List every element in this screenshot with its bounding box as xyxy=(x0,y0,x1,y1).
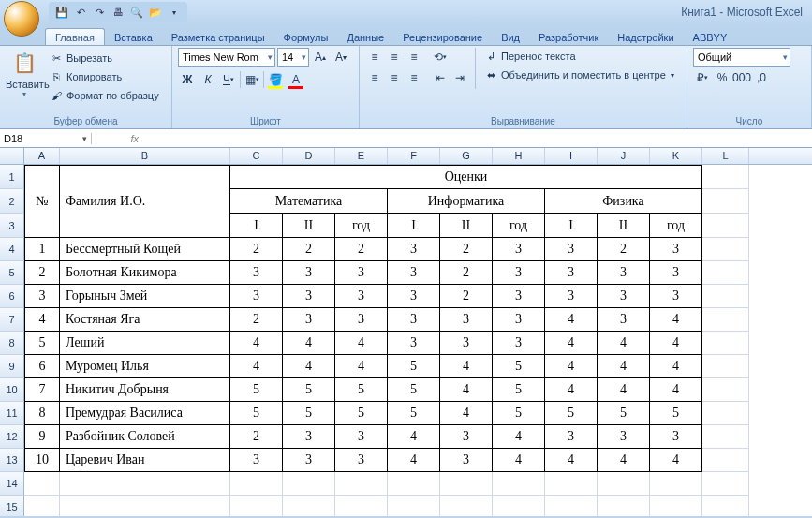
header-grades[interactable]: Оценки xyxy=(230,165,702,189)
row-header[interactable]: 10 xyxy=(0,378,24,402)
row-header[interactable]: 14 xyxy=(0,472,24,496)
cell-grade[interactable]: 3 xyxy=(283,308,335,332)
italic-button[interactable]: К xyxy=(199,70,217,89)
cell-grade[interactable]: 3 xyxy=(283,449,335,472)
row-header[interactable]: 11 xyxy=(0,402,24,425)
office-button[interactable] xyxy=(4,1,39,37)
cell[interactable] xyxy=(702,472,749,496)
cell-grade[interactable]: 5 xyxy=(230,378,283,402)
cell-name[interactable]: Костяная Яга xyxy=(60,308,230,332)
cell-grade[interactable]: 5 xyxy=(388,402,440,425)
cell[interactable] xyxy=(283,472,335,496)
cell-grade[interactable]: 4 xyxy=(598,355,650,378)
cell-grade[interactable]: 2 xyxy=(440,285,493,308)
cell-grade[interactable]: 3 xyxy=(230,285,283,308)
cell-grade[interactable]: 5 xyxy=(388,378,440,402)
undo-icon[interactable]: ↶ xyxy=(73,5,88,20)
cell-num[interactable]: 9 xyxy=(24,425,60,449)
merge-center-button[interactable]: ⬌Объединить и поместить в центре▾ xyxy=(481,67,676,83)
underline-button[interactable]: Ч▾ xyxy=(219,70,238,89)
cell-grade[interactable]: 4 xyxy=(440,355,493,378)
cell-grade[interactable]: 4 xyxy=(598,332,650,355)
column-header[interactable]: F xyxy=(388,148,440,164)
cell-grade[interactable]: 4 xyxy=(493,425,545,449)
column-header[interactable]: A xyxy=(24,148,60,164)
cell[interactable] xyxy=(60,472,230,496)
header-sub[interactable]: I xyxy=(545,214,598,238)
borders-button[interactable]: ▦▾ xyxy=(243,70,261,89)
cell-grade[interactable]: 3 xyxy=(545,425,598,449)
row-header[interactable]: 15 xyxy=(0,496,24,516)
fill-color-button[interactable]: 🪣 xyxy=(266,70,285,89)
cell-grade[interactable]: 2 xyxy=(335,238,388,261)
cell-grade[interactable]: 5 xyxy=(545,402,598,425)
row-header[interactable]: 2 xyxy=(0,189,24,214)
cell-num[interactable]: 3 xyxy=(24,285,60,308)
cell-grade[interactable]: 4 xyxy=(230,355,283,378)
cell-grade[interactable]: 3 xyxy=(650,238,702,261)
percent-button[interactable]: % xyxy=(713,68,731,87)
wrap-text-button[interactable]: ↲Перенос текста xyxy=(481,48,676,65)
tab-formulas[interactable]: Формулы xyxy=(274,29,338,45)
header-sub[interactable]: I xyxy=(230,214,283,238)
cell-grade[interactable]: 3 xyxy=(650,261,702,285)
cell-grade[interactable]: 4 xyxy=(650,378,702,402)
cell-num[interactable]: 4 xyxy=(24,308,60,332)
font-size-select[interactable]: 14 xyxy=(277,48,309,67)
header-sub[interactable]: год xyxy=(493,214,545,238)
header-num[interactable]: № xyxy=(24,165,60,238)
cell-grade[interactable]: 4 xyxy=(283,355,335,378)
cell-name[interactable]: Премудрая Василиса xyxy=(60,402,230,425)
cell-grade[interactable]: 3 xyxy=(545,238,598,261)
copy-button[interactable]: ⎘Копировать xyxy=(47,68,161,85)
quick-print-icon[interactable]: 🖶 xyxy=(111,5,125,20)
column-header[interactable]: H xyxy=(493,148,545,164)
cell[interactable] xyxy=(440,496,493,516)
cell-num[interactable]: 8 xyxy=(24,402,60,425)
cell-name[interactable]: Царевич Иван xyxy=(60,449,230,472)
cell-grade[interactable]: 4 xyxy=(650,355,702,378)
row-header[interactable]: 5 xyxy=(0,261,24,285)
cell-name[interactable]: Бессмертный Кощей xyxy=(60,238,230,261)
cell-num[interactable]: 10 xyxy=(24,449,60,472)
cell-grade[interactable]: 2 xyxy=(440,238,493,261)
cell-grade[interactable]: 5 xyxy=(335,402,388,425)
cell[interactable] xyxy=(702,402,749,425)
cell-grade[interactable]: 4 xyxy=(545,308,598,332)
cell[interactable] xyxy=(650,472,702,496)
cell-grade[interactable]: 3 xyxy=(388,308,440,332)
cell-grade[interactable]: 3 xyxy=(335,308,388,332)
cell-grade[interactable]: 4 xyxy=(650,308,702,332)
cell-grade[interactable]: 4 xyxy=(335,332,388,355)
cell-grade[interactable]: 3 xyxy=(230,449,283,472)
cell-grade[interactable]: 3 xyxy=(545,261,598,285)
cell-grade[interactable]: 5 xyxy=(598,402,650,425)
number-format-select[interactable]: Общий xyxy=(693,48,790,67)
cell-name[interactable]: Горыныч Змей xyxy=(60,285,230,308)
cell-grade[interactable]: 4 xyxy=(650,449,702,472)
preview-icon[interactable]: 🔍 xyxy=(129,5,144,20)
cell[interactable] xyxy=(335,472,388,496)
cell[interactable] xyxy=(702,332,749,355)
cell-grade[interactable]: 4 xyxy=(545,378,598,402)
cell-name[interactable]: Разбойник Соловей xyxy=(60,425,230,449)
cell-grade[interactable]: 3 xyxy=(283,261,335,285)
cell[interactable] xyxy=(24,472,60,496)
row-header[interactable]: 8 xyxy=(0,332,24,355)
font-name-select[interactable]: Times New Rom xyxy=(178,48,275,67)
row-header[interactable]: 4 xyxy=(0,238,24,261)
cell-grade[interactable]: 3 xyxy=(335,285,388,308)
cell-grade[interactable]: 4 xyxy=(283,332,335,355)
cell-grade[interactable]: 3 xyxy=(283,285,335,308)
comma-button[interactable]: 000 xyxy=(732,68,751,87)
cell-grade[interactable]: 3 xyxy=(598,261,650,285)
header-phys[interactable]: Физика xyxy=(545,189,702,214)
cell-grade[interactable]: 5 xyxy=(493,355,545,378)
cell-num[interactable]: 6 xyxy=(24,355,60,378)
cell-grade[interactable]: 3 xyxy=(335,261,388,285)
orientation-button[interactable]: ⟲▾ xyxy=(431,48,450,67)
increase-indent-button[interactable]: ⇥ xyxy=(450,68,469,87)
cell-grade[interactable]: 3 xyxy=(598,285,650,308)
cell-grade[interactable]: 3 xyxy=(388,238,440,261)
cell-num[interactable]: 7 xyxy=(24,378,60,402)
